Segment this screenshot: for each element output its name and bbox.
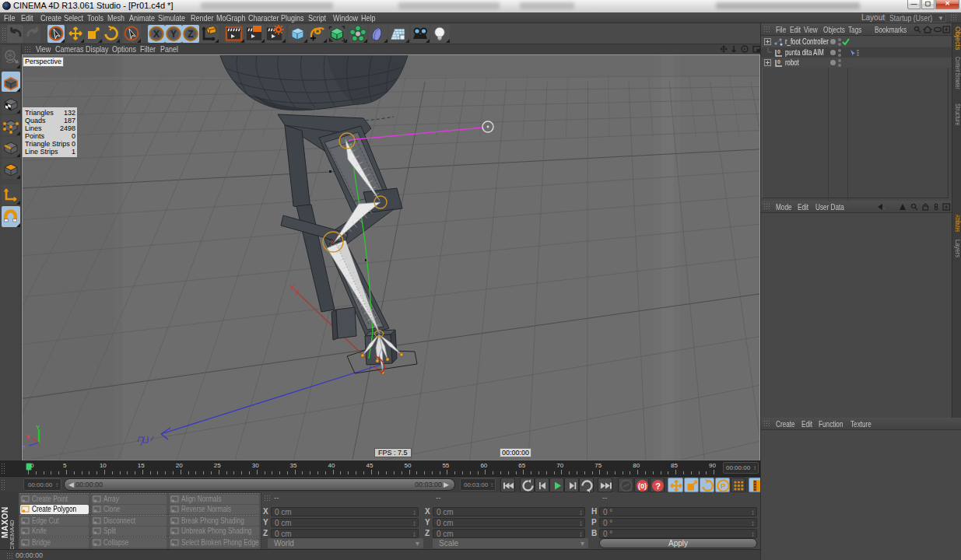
svg-text:?: ?	[655, 481, 661, 491]
svg-text:Z: Z	[188, 29, 193, 40]
svg-text:Y: Y	[170, 29, 177, 40]
svg-text:P: P	[721, 481, 726, 490]
svg-text:Z: Z	[23, 444, 26, 451]
svg-text:0: 0	[777, 49, 780, 54]
svg-text:X: X	[26, 433, 30, 440]
svg-text:0: 0	[777, 59, 780, 65]
svg-text:Y: Y	[36, 424, 40, 431]
svg-text:X: X	[153, 29, 160, 40]
svg-text:(0): (0)	[638, 482, 647, 490]
